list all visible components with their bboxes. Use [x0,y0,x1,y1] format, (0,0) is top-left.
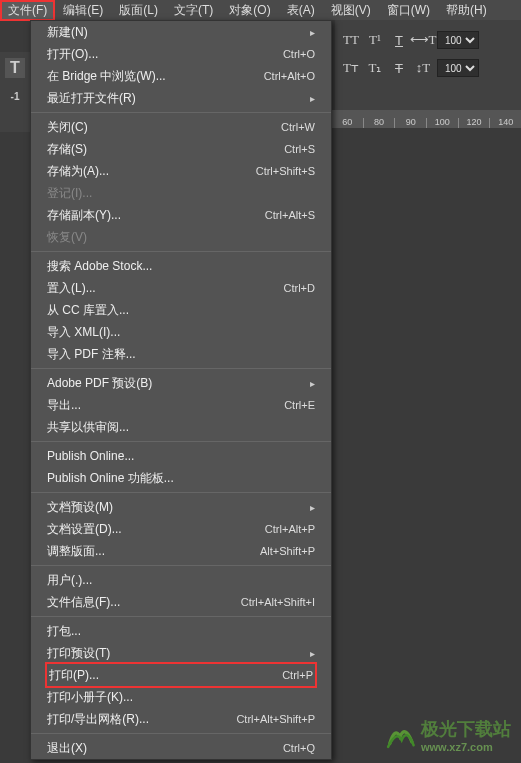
menu-label: 用户(.)... [47,572,92,589]
menu-item-share[interactable]: 共享以供审阅... [31,416,331,438]
menu-item-printpreset[interactable]: 打印预设(T) [31,642,331,664]
menu-item-export[interactable]: 导出...Ctrl+E [31,394,331,416]
menu-separator [31,112,331,113]
menu-label: 打开(O)... [47,46,98,63]
menu-item-printexportgrid[interactable]: 打印/导出网格(R)...Ctrl+Alt+Shift+P [31,708,331,730]
menu-label: 恢复(V) [47,229,87,246]
ruler-mark: 80 [363,118,395,128]
scale-vertical-input[interactable]: 100% [437,59,479,77]
menu-label: 调整版面... [47,543,105,560]
smallcaps-icon[interactable]: Tᴛ [341,59,361,77]
menu-object[interactable]: 对象(O) [221,0,278,21]
menu-label: 导入 XML(I)... [47,324,120,341]
menu-item-docpreset[interactable]: 文档预设(M) [31,496,331,518]
menu-item-user[interactable]: 用户(.)... [31,569,331,591]
file-menu-dropdown: 新建(N) 打开(O)...Ctrl+O 在 Bridge 中浏览(W)...C… [30,20,332,760]
menu-item-savecopy[interactable]: 存储副本(Y)...Ctrl+Alt+S [31,204,331,226]
menu-item-printbooklet[interactable]: 打印小册子(K)... [31,686,331,708]
ruler-mark: 60 [331,118,363,128]
watermark: 极光下载站 www.xz7.com [383,717,511,753]
menu-item-recent[interactable]: 最近打开文件(R) [31,87,331,109]
menu-item-exit[interactable]: 退出(X)Ctrl+Q [31,737,331,759]
shortcut: Alt+Shift+P [260,545,315,557]
subscript-icon[interactable]: T₁ [365,59,385,77]
menu-edit[interactable]: 编辑(E) [55,0,111,21]
menu-label: 共享以供审阅... [47,419,129,436]
menu-label: 在 Bridge 中浏览(W)... [47,68,166,85]
menu-item-revert: 恢复(V) [31,226,331,248]
menu-label: 退出(X) [47,740,87,757]
strikethrough-icon[interactable]: T [389,59,409,77]
watermark-url: www.xz7.com [421,741,511,753]
menu-table[interactable]: 表(A) [279,0,323,21]
shortcut: Ctrl+S [284,143,315,155]
menu-item-adobestock[interactable]: 搜索 Adobe Stock... [31,255,331,277]
tools-sidebar: T -1 [0,52,30,132]
shortcut: Ctrl+Alt+O [264,70,315,82]
menu-item-adjustlayout[interactable]: 调整版面...Alt+Shift+P [31,540,331,562]
scale-horizontal-input[interactable]: 100% [437,31,479,49]
menu-separator [31,251,331,252]
ruler-mark: 140 [489,118,521,128]
menu-item-publish-panel[interactable]: Publish Online 功能板... [31,467,331,489]
ruler-mark: 120 [458,118,490,128]
menu-separator [31,368,331,369]
menu-item-print[interactable]: 打印(P)...Ctrl+P [47,664,315,686]
alluppercase-icon[interactable]: TT [341,31,361,49]
menu-label: 打印/导出网格(R)... [47,711,149,728]
menu-item-saveas[interactable]: 存储为(A)...Ctrl+Shift+S [31,160,331,182]
menu-item-docsetup[interactable]: 文档设置(D)...Ctrl+Alt+P [31,518,331,540]
menu-item-importxml[interactable]: 导入 XML(I)... [31,321,331,343]
menu-item-placecc[interactable]: 从 CC 库置入... [31,299,331,321]
menu-separator [31,616,331,617]
menu-label: 从 CC 库置入... [47,302,129,319]
menu-item-fileinfo[interactable]: 文件信息(F)...Ctrl+Alt+Shift+I [31,591,331,613]
superscript-icon[interactable]: T¹ [365,31,385,49]
menu-item-open[interactable]: 打开(O)...Ctrl+O [31,43,331,65]
menu-label: 存储(S) [47,141,87,158]
menu-label: 导出... [47,397,81,414]
menu-label: 置入(L)... [47,280,96,297]
scale-horizontal-icon[interactable]: ⟷T [413,31,433,49]
shortcut: Ctrl+Shift+S [256,165,315,177]
menu-item-save[interactable]: 存储(S)Ctrl+S [31,138,331,160]
menu-help[interactable]: 帮助(H) [438,0,495,21]
shortcut: Ctrl+Q [283,742,315,754]
menu-item-browse-bridge[interactable]: 在 Bridge 中浏览(W)...Ctrl+Alt+O [31,65,331,87]
menu-item-close[interactable]: 关闭(C)Ctrl+W [31,116,331,138]
menu-label: 搜索 Adobe Stock... [47,258,152,275]
menubar: 文件(F) 编辑(E) 版面(L) 文字(T) 对象(O) 表(A) 视图(V)… [0,0,521,20]
menu-label: Adobe PDF 预设(B) [47,375,152,392]
menu-label: 文档预设(M) [47,499,113,516]
shortcut: Ctrl+O [283,48,315,60]
character-panel: TT T¹ T ⟷T 100% Tᴛ T₁ T ↕T 100% [335,20,521,120]
shortcut: Ctrl+E [284,399,315,411]
shortcut: Ctrl+Alt+S [265,209,315,221]
menu-label: 登记(I)... [47,185,92,202]
menu-file[interactable]: 文件(F) [0,0,55,21]
print-highlight-annotation: 打印(P)...Ctrl+P [45,662,317,688]
menu-layout[interactable]: 版面(L) [111,0,166,21]
menu-view[interactable]: 视图(V) [323,0,379,21]
ruler-mark: 90 [394,118,426,128]
menu-item-publish-online[interactable]: Publish Online... [31,445,331,467]
menu-label: 导入 PDF 注释... [47,346,136,363]
menu-item-package[interactable]: 打包... [31,620,331,642]
menu-label: 打印(P)... [49,667,99,684]
type-tool-icon[interactable]: T [5,58,25,78]
horizontal-ruler: 60 80 90 100 120 140 [331,110,521,128]
underline-icon[interactable]: T [389,31,409,49]
menu-label: 新建(N) [47,24,88,41]
menu-item-new[interactable]: 新建(N) [31,21,331,43]
menu-type[interactable]: 文字(T) [166,0,221,21]
shortcut: Ctrl+P [282,669,313,681]
menu-item-place[interactable]: 置入(L)...Ctrl+D [31,277,331,299]
ruler-mark: 100 [426,118,458,128]
scale-vertical-icon[interactable]: ↕T [413,59,433,77]
minus-value: -1 [5,86,25,106]
menu-item-pdfpreset[interactable]: Adobe PDF 预设(B) [31,372,331,394]
menu-label: 关闭(C) [47,119,88,136]
menu-window[interactable]: 窗口(W) [379,0,438,21]
menu-item-importpdf[interactable]: 导入 PDF 注释... [31,343,331,365]
shortcut: Ctrl+W [281,121,315,133]
